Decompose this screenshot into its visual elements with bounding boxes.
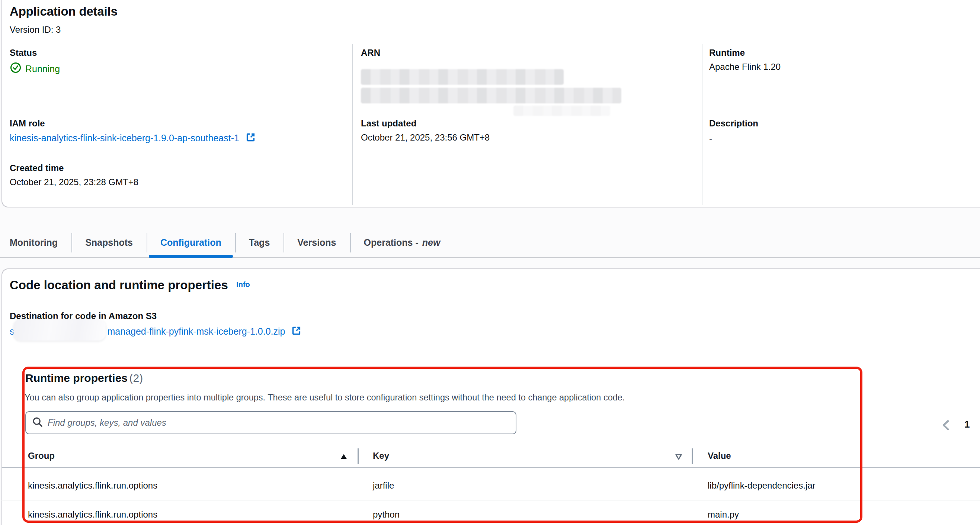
section-heading-row: Code location and runtime properties Inf…: [10, 278, 250, 292]
column-header-key[interactable]: Key: [373, 450, 389, 461]
column-header-value[interactable]: Value: [708, 450, 731, 461]
arn-redacted-ghost: [514, 106, 610, 116]
header-divider: [358, 449, 359, 464]
status-value: Running: [25, 63, 60, 75]
runtime-properties-count: (2): [129, 372, 143, 384]
pagination-current-page[interactable]: 1: [964, 419, 970, 430]
tab-versions[interactable]: Versions: [283, 231, 350, 254]
external-link-icon: [245, 132, 256, 144]
description-value: -: [709, 134, 712, 144]
arn-redacted-line-1: [361, 69, 564, 85]
section-heading: Code location and runtime properties: [10, 278, 228, 292]
iam-role-link[interactable]: kinesis-analytics-flink-sink-iceberg-1.9…: [10, 132, 256, 144]
runtime-label: Runtime: [709, 48, 745, 58]
info-link[interactable]: Info: [236, 280, 250, 289]
tab-bar-divider: [0, 257, 980, 258]
sort-neutral-icon[interactable]: [674, 452, 683, 463]
arn-redacted-line-2: [361, 88, 621, 103]
created-time-value: October 21, 2025, 23:28 GMT+8: [10, 177, 138, 187]
cell-group: kinesis.analytics.flink.run.options: [28, 509, 158, 520]
description-label: Description: [709, 118, 758, 128]
external-link-icon: [291, 326, 301, 338]
new-badge: new: [422, 237, 441, 248]
cell-key: jarfile: [373, 481, 394, 491]
tab-operations[interactable]: Operations -new: [350, 231, 454, 254]
tab-snapshots[interactable]: Snapshots: [72, 231, 146, 254]
status-success-icon: [10, 62, 22, 76]
status-label: Status: [10, 48, 37, 58]
runtime-properties-description: You can also group application propertie…: [25, 393, 625, 403]
created-time-label: Created time: [10, 163, 64, 173]
last-updated-value: October 21, 2025, 23:56 GMT+8: [361, 132, 490, 143]
column-header-group[interactable]: Group: [28, 450, 55, 461]
s3-link-redaction-overlay: [13, 319, 106, 341]
cell-key: python: [373, 509, 399, 520]
tab-bar: Monitoring Snapshots Configuration Tags …: [10, 228, 980, 257]
cell-group: kinesis.analytics.flink.run.options: [28, 481, 158, 491]
cell-value: main.py: [708, 509, 739, 520]
status-badge: Running: [10, 62, 60, 76]
last-updated-label: Last updated: [361, 118, 416, 128]
cell-value: lib/pyflink-dependencies.jar: [708, 481, 816, 491]
search-input[interactable]: [25, 411, 516, 434]
table-header-border: [2, 467, 980, 468]
application-details-page: Application details Version ID: 3 Status…: [0, 0, 980, 525]
page-title: Application details: [10, 5, 118, 19]
tab-tags[interactable]: Tags: [235, 231, 284, 254]
column-divider: [702, 44, 702, 205]
s3-link-file[interactable]: managed-flink-pyfink-msk-iceberg-1.0.0.z…: [108, 326, 285, 336]
pagination-prev-button[interactable]: [940, 419, 953, 433]
column-divider: [352, 44, 353, 205]
sort-ascending-icon[interactable]: [339, 452, 348, 463]
tab-monitoring[interactable]: Monitoring: [10, 231, 72, 254]
application-details-card: [2, 0, 980, 208]
header-divider: [692, 449, 693, 464]
arn-label: ARN: [361, 48, 380, 58]
tab-configuration[interactable]: Configuration: [146, 231, 235, 254]
iam-role-label: IAM role: [10, 118, 45, 128]
runtime-properties-title: Runtime properties (2): [25, 372, 143, 384]
runtime-value: Apache Flink 1.20: [709, 62, 781, 72]
version-id: Version ID: 3: [10, 25, 60, 35]
table-row-border: [2, 500, 980, 500]
